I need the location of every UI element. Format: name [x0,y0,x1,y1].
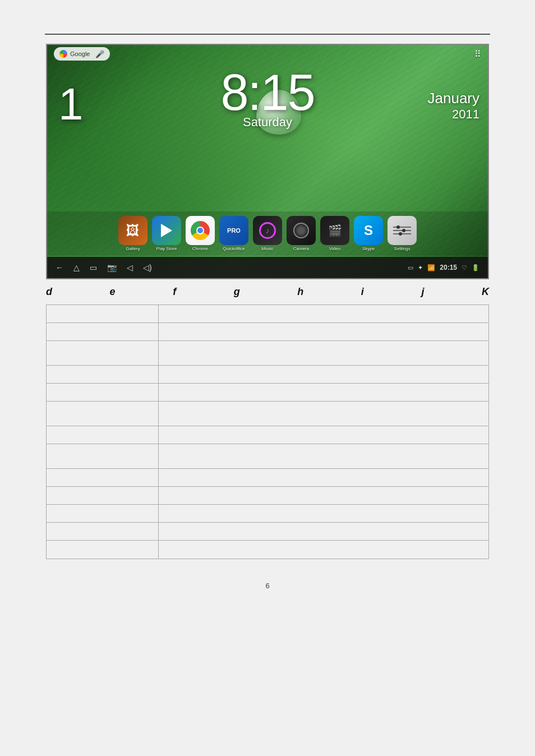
table-cell-right [159,541,488,559]
app-skype-label: Skype [362,246,375,251]
app-playstore-label: Play Store [156,246,177,251]
table-cell-right [159,366,488,383]
app-camera-icon[interactable] [287,216,316,245]
table-row [47,426,488,444]
month-year: January 2011 [428,90,480,122]
battery-icon: ▭ [408,264,413,271]
app-dock: 🖼 Gallery Play Store Chrome PRO [47,211,488,256]
clock-time: 8:15 [220,67,314,118]
nav-left: ← △ ▭ 📷 ◁ ◁) [56,263,152,272]
app-music-icon[interactable]: ♪ [253,216,282,245]
app-skype-wrap[interactable]: S Skype [354,216,383,251]
table-row [47,469,488,487]
google-icon [59,50,67,58]
app-gallery-label: Gallery [126,246,140,251]
chrome-center [196,227,204,234]
table-row [47,505,488,523]
back-icon[interactable]: ← [56,263,63,272]
table-row [47,444,488,469]
app-music-wrap[interactable]: ♪ Music [253,216,282,251]
app-video-icon[interactable]: 🎬 [320,216,349,245]
app-quickoffice-icon[interactable]: PRO [219,216,248,245]
table-cell-left [47,487,159,504]
label-h: h [297,286,303,298]
table-cell-left [47,444,159,468]
app-chrome-icon[interactable] [186,216,215,245]
google-text: Google [70,50,90,57]
chrome-ring [191,221,210,240]
playstore-triangle [161,224,172,237]
table-row [47,366,488,384]
table-cell-right [159,305,488,322]
nav-right: ▭ ✦ 📶 20:15 ♡ 🔋 [408,264,479,271]
settings-sliders [393,227,411,234]
year-number: 2011 [428,107,480,122]
table-cell-left [47,323,159,340]
app-quickoffice-wrap[interactable]: PRO Quickoffice [219,216,248,251]
table-cell-left [47,469,159,486]
month-name: January [428,90,480,107]
table-cell-right [159,341,488,365]
table-cell-left [47,341,159,365]
app-skype-icon[interactable]: S [354,216,383,245]
table-cell-left [47,366,159,383]
recent-icon[interactable]: ▭ [90,263,97,272]
top-separator [45,34,490,35]
page-number: 6 [265,582,269,590]
clock-area: 8:15 Saturday [47,67,488,130]
labels-row: d e f g h i j K [46,282,489,302]
app-chrome-wrap[interactable]: Chrome [186,216,215,251]
google-search-bar[interactable]: Google 🎤 [54,47,110,61]
table-cell-right [159,505,488,522]
app-gallery-wrap[interactable]: 🖼 Gallery [118,216,147,251]
volume-down-icon[interactable]: ◁ [127,263,133,272]
home-icon[interactable]: △ [73,263,80,272]
label-g: g [234,286,240,298]
table-cell-right [159,469,488,486]
app-music-label: Music [262,246,274,251]
mic-icon: 🎤 [95,50,104,58]
label-k: K [482,286,489,298]
table-cell-right [159,444,488,468]
table-cell-right [159,523,488,540]
table-cell-left [47,523,159,540]
table-cell-left [47,426,159,444]
table-cell-left [47,305,159,322]
battery-percent-icon: 🔋 [472,264,479,271]
signal-icon: ✦ [418,264,423,271]
app-video-label: Video [329,246,340,251]
wifi-icon: 📶 [427,264,435,271]
phone-nav-bar: ← △ ▭ 📷 ◁ ◁) ▭ ✦ 📶 20:15 ♡ 🔋 [47,257,488,278]
table-row [47,487,488,505]
app-settings-icon[interactable] [388,216,417,245]
app-playstore-icon[interactable] [152,216,181,245]
table-cell-right [159,426,488,444]
label-d: d [46,286,52,298]
table-cell-right [159,487,488,504]
screenshot-icon[interactable]: 📷 [107,263,117,272]
app-gallery-icon[interactable]: 🖼 [118,216,147,245]
table-cell-left [47,541,159,559]
app-playstore-wrap[interactable]: Play Store [152,216,181,251]
table-row [47,305,488,323]
volume-up-icon[interactable]: ◁) [143,263,152,272]
table-cell-right [159,384,488,401]
table-section [46,305,489,559]
table-row [47,523,488,541]
status-time: 20:15 [440,264,457,271]
app-camera-label: Camera [293,246,309,251]
app-quickoffice-label: Quickoffice [223,246,245,251]
apps-grid-icon[interactable]: ⠿ [474,49,481,59]
app-camera-wrap[interactable]: Camera [287,216,316,251]
app-settings-label: Settings [394,246,411,251]
app-settings-wrap[interactable]: Settings [388,216,417,251]
table-row [47,323,488,341]
label-f: f [173,286,176,298]
heart-icon: ♡ [462,264,467,271]
table-cell-left [47,402,159,426]
table-cell-right [159,323,488,340]
table-row [47,341,488,366]
app-video-wrap[interactable]: 🎬 Video [320,216,349,251]
table-row [47,402,488,426]
app-chrome-label: Chrome [192,246,208,251]
